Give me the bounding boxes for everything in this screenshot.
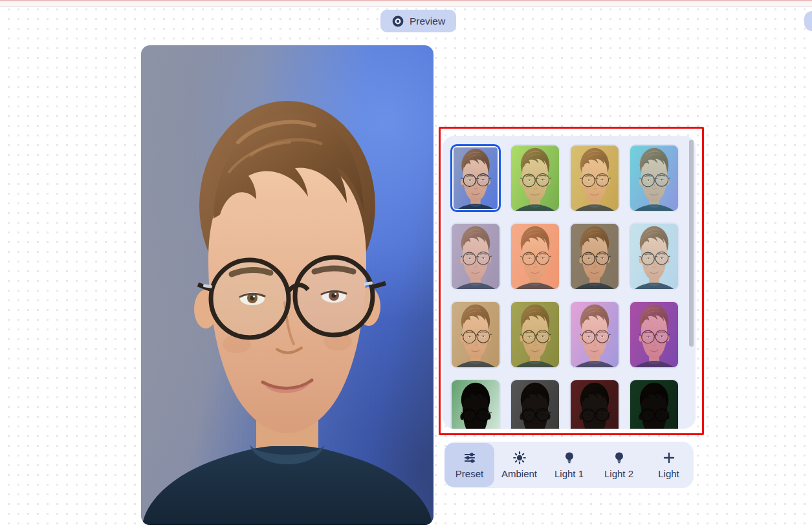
preset-thumbnail-preset-15[interactable] xyxy=(569,379,620,429)
tab-preset-label: Preset xyxy=(455,468,483,479)
portrait-thumbnail-image xyxy=(511,145,559,211)
portrait-thumbnail-image xyxy=(511,302,559,367)
plus-icon xyxy=(662,451,676,465)
preset-thumbnail-preset-8[interactable] xyxy=(629,222,679,290)
preset-thumbnail-preset-11[interactable] xyxy=(569,301,620,369)
tab-ambient[interactable]: Ambient xyxy=(494,443,544,487)
portrait-thumbnail-image xyxy=(630,145,678,211)
preview-button-label: Preview xyxy=(410,16,445,27)
portrait-thumbnail-image xyxy=(571,145,619,211)
portrait-image xyxy=(141,45,433,525)
clipped-edge-button[interactable] xyxy=(804,11,812,31)
add-light-label: Light xyxy=(658,468,679,479)
eye-icon xyxy=(391,15,404,28)
preset-thumbnail-preset-14[interactable] xyxy=(510,379,560,429)
sun-icon xyxy=(512,451,527,465)
tab-light-2[interactable]: Light 2 xyxy=(594,443,644,487)
portrait-thumbnail-image xyxy=(452,146,499,210)
tab-preset[interactable]: Preset xyxy=(444,443,494,487)
portrait-thumbnail-image xyxy=(452,380,499,429)
preset-thumbnail-preset-16[interactable] xyxy=(629,379,679,429)
portrait-thumbnail-image xyxy=(511,224,559,289)
preview-button[interactable]: Preview xyxy=(380,10,456,32)
main-photo-preview xyxy=(141,45,433,525)
add-light-button[interactable]: Light xyxy=(644,443,694,487)
preset-thumbnail-preset-1[interactable] xyxy=(450,144,501,212)
preset-thumbnail-preset-10[interactable] xyxy=(510,301,560,369)
tab-light-1[interactable]: Light 1 xyxy=(544,443,594,487)
tab-light-2-label: Light 2 xyxy=(604,468,633,479)
top-bar xyxy=(0,0,812,7)
portrait-thumbnail-image xyxy=(511,380,559,429)
portrait-thumbnail-image xyxy=(452,224,499,289)
preset-thumbnail-preset-5[interactable] xyxy=(450,222,501,290)
portrait-thumbnail-image xyxy=(630,380,678,429)
light-toolbar: Preset Ambient Light 1 xyxy=(444,442,694,488)
app-screen: Preview Preset xyxy=(0,0,812,527)
preset-thumbnail-preset-13[interactable] xyxy=(450,379,501,429)
preset-panel xyxy=(443,136,696,429)
portrait-thumbnail-image xyxy=(571,380,619,429)
preset-thumbnail-preset-6[interactable] xyxy=(510,222,560,290)
tab-light-1-label: Light 1 xyxy=(554,468,584,479)
preset-thumbnail-preset-4[interactable] xyxy=(629,144,679,212)
portrait-thumbnail-image xyxy=(571,224,619,289)
portrait-thumbnail-image xyxy=(630,302,678,367)
preset-thumbnail-preset-12[interactable] xyxy=(629,301,679,369)
preset-grid xyxy=(443,136,696,429)
preset-thumbnail-preset-7[interactable] xyxy=(569,222,620,290)
preset-thumbnail-preset-2[interactable] xyxy=(510,144,560,212)
sliders-icon xyxy=(463,451,477,465)
preset-thumbnail-preset-9[interactable] xyxy=(450,301,501,369)
tab-ambient-label: Ambient xyxy=(501,468,537,479)
portrait-thumbnail-image xyxy=(452,302,499,367)
panel-scrollbar[interactable] xyxy=(689,140,694,347)
preset-thumbnail-preset-3[interactable] xyxy=(569,144,620,212)
portrait-thumbnail-image xyxy=(571,302,619,367)
bulb-icon xyxy=(562,451,576,465)
portrait-thumbnail-image xyxy=(630,224,678,289)
bulb-icon xyxy=(612,451,626,465)
